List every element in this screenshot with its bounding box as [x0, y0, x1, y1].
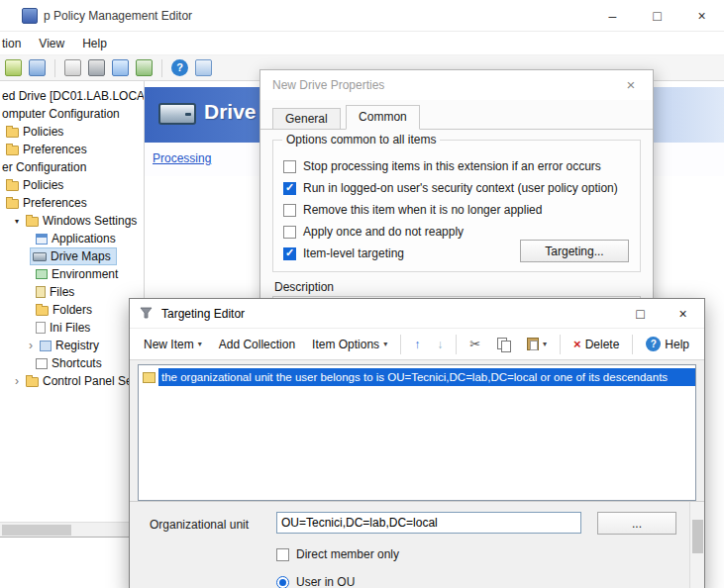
- tree-item-environment[interactable]: Environment: [0, 265, 144, 283]
- delete-button[interactable]: × Delete: [566, 333, 627, 355]
- maximize-button[interactable]: □: [619, 299, 662, 329]
- user-in-ou-radio[interactable]: [276, 576, 289, 588]
- remove-when-not-applied-checkbox[interactable]: [283, 204, 296, 217]
- paste-button[interactable]: ▾: [519, 334, 555, 354]
- tree-item-registry[interactable]: › Registry: [0, 337, 144, 354]
- main-window-titlebar: p Policy Management Editor – □ ×: [0, 0, 724, 32]
- scrollbar-thumb[interactable]: [692, 520, 703, 553]
- tree-item-applications[interactable]: Applications: [0, 230, 144, 247]
- tree-item-label: omputer Configuration: [2, 107, 120, 121]
- direct-member-checkbox[interactable]: [276, 548, 289, 561]
- funnel-icon: [140, 307, 153, 320]
- tree-item-label: Windows Settings: [43, 214, 137, 228]
- menu-action[interactable]: tion: [0, 32, 30, 54]
- cut-button[interactable]: ✂: [462, 333, 488, 355]
- menu-bar: tion View Help: [0, 32, 724, 55]
- apply-once-checkbox[interactable]: [283, 226, 296, 239]
- help-icon[interactable]: ?: [171, 59, 188, 76]
- caption-buttons: – □ ×: [590, 0, 724, 32]
- tree-item-shortcuts[interactable]: Shortcuts: [0, 354, 144, 372]
- tree-item-label: Files: [50, 285, 74, 299]
- down-arrow-icon: ↓: [437, 338, 443, 351]
- tree-item-files[interactable]: Files: [0, 283, 144, 301]
- console-tree: ed Drive [DC01.LAB.LOCA omputer Configur…: [0, 81, 145, 588]
- tree-item-label: Ini Files: [50, 321, 90, 335]
- toolbar-separator: [400, 335, 401, 354]
- menu-help[interactable]: Help: [73, 32, 116, 54]
- export-script-icon[interactable]: [5, 59, 22, 76]
- targeting-rule-list[interactable]: the organizational unit the user belongs…: [138, 364, 696, 501]
- targeting-rule-row[interactable]: the organizational unit the user belongs…: [139, 367, 695, 387]
- help-label: Help: [665, 338, 689, 351]
- tree-item-policies-user[interactable]: Policies: [0, 176, 144, 194]
- toolbar-separator: [560, 335, 561, 354]
- tree-item-user-configuration[interactable]: er Configuration: [0, 158, 144, 176]
- vertical-scrollbar[interactable]: [689, 502, 704, 588]
- scissors-icon: ✂: [469, 337, 480, 351]
- processing-link[interactable]: Processing: [153, 151, 211, 165]
- maximize-button[interactable]: □: [635, 0, 679, 32]
- clipboard-icon[interactable]: [64, 59, 81, 76]
- run-logged-on-context-checkbox[interactable]: [283, 182, 296, 195]
- folder-icon: [6, 128, 19, 138]
- tree-item-label: Drive Maps: [51, 249, 111, 263]
- app-icon: [22, 8, 38, 24]
- tab-general[interactable]: General: [272, 108, 341, 130]
- show-console-tree-icon[interactable]: [29, 59, 46, 76]
- folder-icon: [6, 181, 19, 191]
- direct-member-row: Direct member only: [276, 547, 399, 561]
- rule-options-panel: Organizational unit ... Direct member on…: [130, 501, 704, 588]
- tab-common[interactable]: Common: [346, 105, 420, 130]
- table-view-icon[interactable]: [195, 59, 212, 76]
- stop-processing-checkbox[interactable]: [283, 160, 296, 173]
- copy-button[interactable]: [489, 334, 518, 354]
- close-button[interactable]: ×: [609, 70, 653, 100]
- refresh-icon[interactable]: [112, 59, 129, 76]
- rule-item-icon: [143, 372, 155, 383]
- dialog-title: Targeting Editor: [161, 299, 245, 329]
- tree-item-policies-computer[interactable]: Policies: [0, 123, 144, 141]
- close-button[interactable]: ×: [662, 299, 704, 329]
- tree-item-windows-settings[interactable]: ▾ Windows Settings: [0, 212, 144, 230]
- tree-item-folders[interactable]: Folders: [0, 301, 144, 319]
- tree-item-ini-files[interactable]: Ini Files: [0, 319, 144, 337]
- folder-icon: [36, 306, 49, 316]
- header-title: Drive: [204, 100, 257, 124]
- expanded-arrow-icon[interactable]: ▾: [12, 217, 22, 226]
- tree-item-label: Environment: [52, 267, 118, 281]
- printer-icon[interactable]: [88, 59, 105, 76]
- tree-item-drive-maps[interactable]: Drive Maps: [0, 247, 144, 265]
- collapsed-chevron-icon[interactable]: ›: [12, 376, 22, 386]
- horizontal-scrollbar[interactable]: [0, 522, 145, 538]
- scrollbar-thumb[interactable]: [2, 525, 71, 536]
- tree-item-computer-configuration[interactable]: omputer Configuration: [0, 105, 144, 123]
- tree-item-preferences-computer[interactable]: Preferences: [0, 141, 144, 158]
- item-level-targeting-checkbox[interactable]: [283, 247, 296, 260]
- new-item-button[interactable]: New Item ▾: [136, 334, 210, 355]
- browse-button[interactable]: ...: [597, 512, 676, 535]
- tree-item-preferences-user[interactable]: Preferences: [0, 194, 144, 212]
- option-label: Stop processing items in this extension …: [303, 159, 601, 173]
- move-down-button[interactable]: ↓: [429, 334, 451, 355]
- add-collection-button[interactable]: Add Collection: [211, 334, 303, 355]
- menu-view[interactable]: View: [30, 32, 73, 54]
- shortcut-icon: [36, 358, 48, 369]
- option-row: Run in logged-on user's security context…: [283, 180, 618, 196]
- targeting-button[interactable]: Targeting...: [520, 240, 629, 262]
- move-up-button[interactable]: ↑: [406, 334, 428, 355]
- minimize-button[interactable]: –: [590, 0, 635, 32]
- item-options-button[interactable]: Item Options ▾: [304, 334, 395, 355]
- tree-item-control-panel-settings[interactable]: › Control Panel Sett: [0, 372, 144, 390]
- organizational-unit-input[interactable]: [276, 512, 581, 534]
- export-list-icon[interactable]: [136, 59, 153, 76]
- tree-item-mapped-drive[interactable]: ed Drive [DC01.LAB.LOCA: [0, 87, 144, 105]
- collapsed-chevron-icon[interactable]: ›: [26, 341, 36, 350]
- help-button[interactable]: ? Help: [638, 333, 697, 355]
- tree-item-label: Policies: [23, 178, 63, 192]
- tree-item-label: Control Panel Sett: [43, 374, 139, 388]
- delete-label: Delete: [585, 338, 620, 351]
- toolbar-separator: [456, 335, 457, 354]
- close-button[interactable]: ×: [679, 0, 724, 32]
- up-arrow-icon: ↑: [414, 338, 420, 351]
- paste-icon: [527, 338, 539, 350]
